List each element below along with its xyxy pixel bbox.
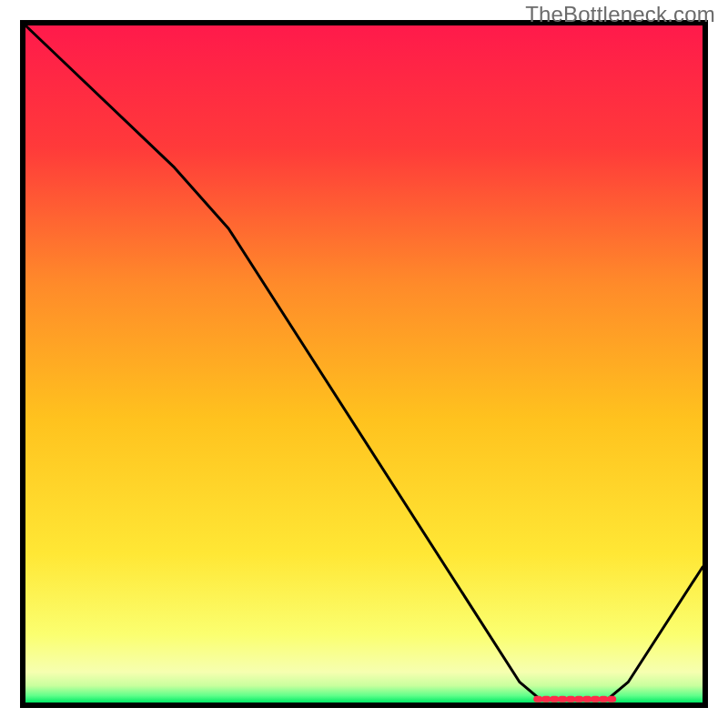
gradient-background	[25, 25, 703, 703]
chart-container: TheBottleneck.com	[0, 0, 728, 728]
watermark-text: TheBottleneck.com	[525, 2, 715, 27]
bottleneck-chart	[0, 0, 728, 728]
